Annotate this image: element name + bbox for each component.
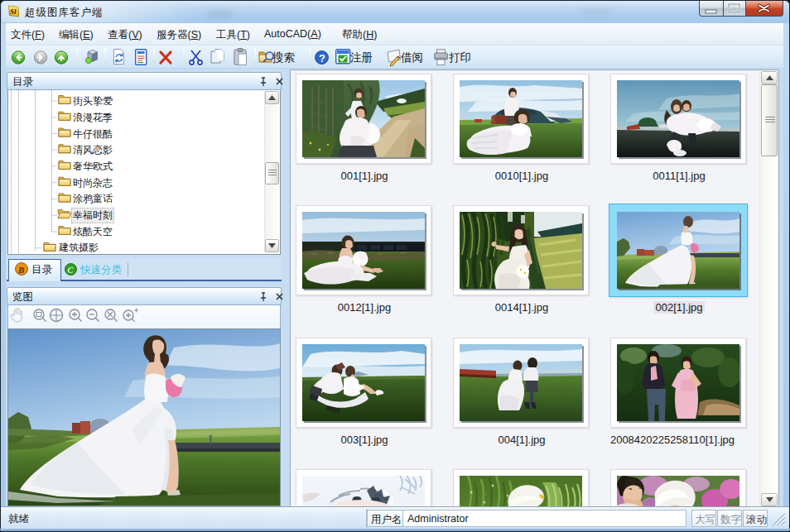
svg-text:?: ? (319, 52, 325, 65)
svg-text:注册: 注册 (350, 51, 373, 64)
svg-text:B: B (17, 265, 24, 275)
svg-text:打印: 打印 (449, 51, 471, 64)
svg-text:C: C (68, 266, 74, 275)
svg-text:借阅: 借阅 (401, 51, 423, 64)
svg-text:Sl: Sl (10, 7, 17, 16)
svg-text:搜索: 搜索 (272, 51, 295, 64)
